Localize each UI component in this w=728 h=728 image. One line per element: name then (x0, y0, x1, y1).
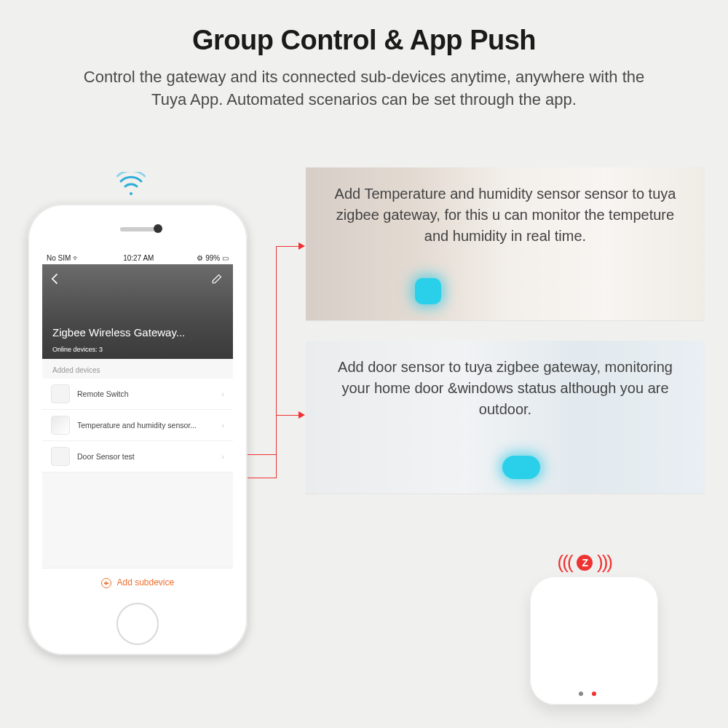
arrow-head-icon (298, 242, 305, 250)
gateway-title: Zigbee Wireless Gateway... (52, 326, 185, 339)
arrow-line (248, 478, 277, 478)
added-devices-label: Added devices (42, 359, 233, 379)
panel-text: Add door sensor to tuya zigbee gateway, … (306, 341, 705, 436)
edit-icon[interactable] (211, 272, 227, 288)
door-sensor-icon (51, 447, 70, 466)
arrow-line (276, 246, 300, 247)
chevron-right-icon: › (221, 389, 224, 398)
page-description: Control the gateway and its connected su… (66, 66, 662, 111)
device-name: Door Sensor test (77, 452, 135, 461)
panel-door-sensor: Add door sensor to tuya zigbee gateway, … (306, 341, 705, 494)
device-row[interactable]: Remote Switch › (42, 379, 233, 410)
arrow-line (276, 454, 277, 478)
wifi-icon (116, 172, 146, 201)
sensor-icon (51, 416, 70, 435)
sensor-glow-icon (502, 456, 540, 479)
arrow-line (248, 454, 277, 455)
panel-text: Add Temperature and humidity sensor sens… (306, 167, 705, 263)
device-row[interactable]: Door Sensor test › (42, 441, 233, 472)
zigbee-signal-icon: ((( Z ))) (558, 551, 612, 574)
arrow-head-icon (298, 411, 305, 419)
plus-circle-icon (101, 578, 111, 588)
page-title: Group Control & App Push (0, 0, 728, 56)
status-time: 10:27 AM (123, 254, 154, 262)
arrow-line (276, 246, 277, 415)
back-icon[interactable] (48, 272, 64, 288)
add-subdevice-button[interactable]: Add subdevice (42, 568, 233, 597)
device-name: Temperature and humidity sensor... (77, 421, 197, 430)
device-name: Remote Switch (77, 389, 129, 398)
phone-speaker (120, 227, 155, 232)
app-screen: No SIM ᯤ 10:27 AM ⚙ 99% ▭ Zigbee Wireles… (42, 252, 233, 597)
chevron-right-icon: › (221, 421, 224, 430)
online-count: Online devices: 3 (52, 346, 103, 353)
device-list: Remote Switch › Temperature and humidity… (42, 379, 233, 472)
phone-mockup: No SIM ᯤ 10:27 AM ⚙ 99% ▭ Zigbee Wireles… (28, 204, 248, 655)
gateway-hub (530, 577, 658, 705)
status-carrier: No SIM ᯤ (47, 254, 80, 262)
panel-temperature: Add Temperature and humidity sensor sens… (306, 167, 705, 320)
add-subdevice-label: Add subdevice (116, 577, 174, 587)
sensor-glow-icon (415, 278, 441, 304)
status-battery: ⚙ 99% ▭ (197, 254, 229, 262)
arrow-line (276, 415, 300, 416)
device-hero: Zigbee Wireless Gateway... Online device… (42, 264, 233, 359)
device-row[interactable]: Temperature and humidity sensor... › (42, 410, 233, 441)
arrow-line (276, 415, 277, 455)
chevron-right-icon: › (221, 452, 224, 461)
switch-icon (51, 384, 70, 403)
status-bar: No SIM ᯤ 10:27 AM ⚙ 99% ▭ (42, 252, 233, 264)
phone-camera (154, 224, 162, 233)
